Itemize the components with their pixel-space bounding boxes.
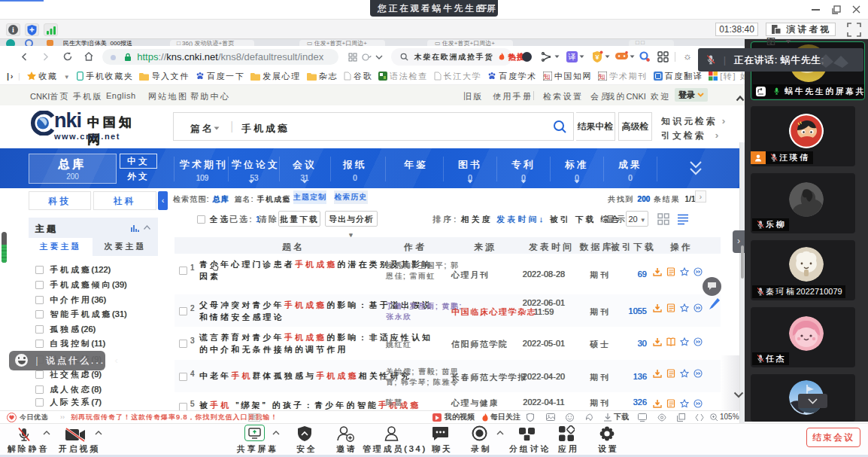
svg-text:¥: ¥ bbox=[595, 53, 599, 61]
svg-text:知: 知 bbox=[543, 73, 551, 81]
svg-text:知: 知 bbox=[599, 73, 607, 81]
